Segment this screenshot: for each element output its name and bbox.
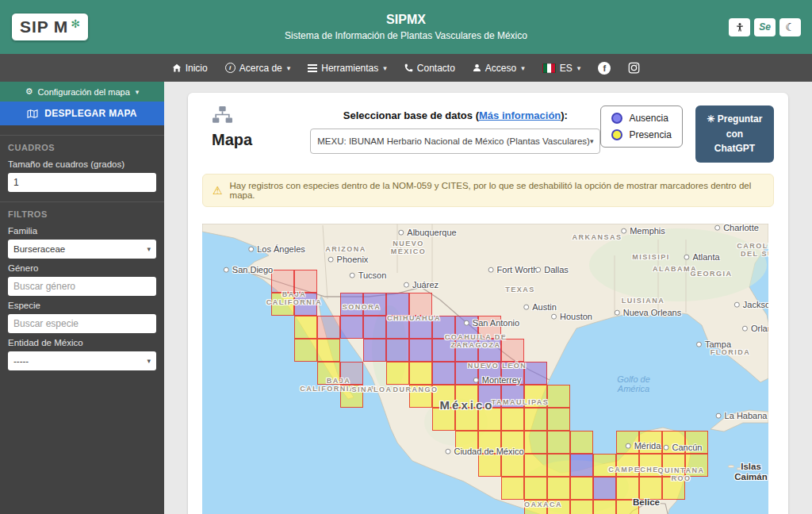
dark-mode-button[interactable]: ☾ bbox=[779, 18, 801, 36]
grid-cell-15-10[interactable] bbox=[547, 454, 570, 477]
se-language-button[interactable]: Se bbox=[754, 18, 776, 36]
grid-cell-10-6[interactable] bbox=[432, 362, 455, 385]
grid-cell-4-3[interactable] bbox=[294, 293, 317, 316]
grid-cell-12-10[interactable] bbox=[478, 454, 501, 477]
grid-cell-6-3[interactable] bbox=[340, 293, 363, 316]
grid-cell-14-11[interactable] bbox=[524, 477, 547, 500]
grid-cell-13-7[interactable] bbox=[501, 385, 524, 408]
grid-cell-6-7[interactable] bbox=[340, 385, 363, 408]
nav-item-es[interactable]: ES▾ bbox=[542, 63, 581, 74]
ask-chatgpt-button[interactable]: ✳ Preguntar con ChatGPT bbox=[695, 105, 774, 163]
grid-cell-19-9[interactable] bbox=[639, 431, 662, 454]
grid-cell-18-11[interactable] bbox=[616, 477, 639, 500]
grid-cell-12-8[interactable] bbox=[478, 408, 501, 431]
grid-cell-20-11[interactable] bbox=[662, 477, 685, 500]
grid-cell-9-6[interactable] bbox=[409, 362, 432, 385]
grid-cell-10-7[interactable] bbox=[432, 385, 455, 408]
grid-cell-13-9[interactable] bbox=[501, 431, 524, 454]
grid-cell-14-6[interactable] bbox=[524, 362, 547, 385]
grid-cell-7-4[interactable] bbox=[363, 316, 386, 339]
grid-cell-13-6[interactable] bbox=[501, 362, 524, 385]
grid-cell-16-9[interactable] bbox=[570, 431, 593, 454]
grid-cell-6-6[interactable] bbox=[340, 362, 363, 385]
grid-cell-11-8[interactable] bbox=[455, 408, 478, 431]
grid-cell-14-9[interactable] bbox=[524, 431, 547, 454]
grid-cell-16-11[interactable] bbox=[570, 477, 593, 500]
grid-cell-17-11[interactable] bbox=[593, 477, 616, 500]
grid-cell-20-10[interactable] bbox=[662, 454, 685, 477]
database-select[interactable]: MEXU: IBUNAM Herbario Nacional de México… bbox=[310, 128, 600, 154]
map-canvas[interactable]: AlbuquerqueMemphisCharlotteLos ÁngelesPh… bbox=[202, 224, 768, 514]
grid-cell-15-12[interactable] bbox=[547, 500, 570, 514]
facebook-icon[interactable]: f bbox=[598, 62, 611, 75]
grid-cell-11-6[interactable] bbox=[455, 362, 478, 385]
grid-cell-15-11[interactable] bbox=[547, 477, 570, 500]
grid-cell-3-3[interactable] bbox=[271, 293, 294, 316]
grid-cell-18-12[interactable] bbox=[616, 500, 639, 514]
grid-cell-19-11[interactable] bbox=[639, 477, 662, 500]
nav-item-contacto[interactable]: Contacto bbox=[404, 63, 455, 74]
genero-search-input[interactable] bbox=[8, 277, 156, 296]
cell-size-input[interactable] bbox=[8, 173, 156, 192]
grid-cell-15-7[interactable] bbox=[547, 385, 570, 408]
grid-cell-7-3[interactable] bbox=[363, 293, 386, 316]
grid-cell-4-5[interactable] bbox=[294, 339, 317, 362]
grid-cell-9-4[interactable] bbox=[409, 316, 432, 339]
grid-cell-4-2[interactable] bbox=[294, 270, 317, 293]
grid-cell-9-3[interactable] bbox=[409, 293, 432, 316]
grid-cell-12-9[interactable] bbox=[478, 431, 501, 454]
grid-cell-14-8[interactable] bbox=[524, 408, 547, 431]
nav-item-inicio[interactable]: Inicio bbox=[172, 63, 208, 74]
grid-cell-14-10[interactable] bbox=[524, 454, 547, 477]
display-map-button[interactable]: DESPLEGAR MAPA bbox=[0, 102, 164, 125]
instagram-icon[interactable] bbox=[628, 62, 640, 74]
grid-cell-8-4[interactable] bbox=[386, 316, 409, 339]
grid-cell-10-4[interactable] bbox=[432, 316, 455, 339]
grid-cell-6-4[interactable] bbox=[340, 316, 363, 339]
grid-cell-11-7[interactable] bbox=[455, 385, 478, 408]
grid-cell-5-6[interactable] bbox=[317, 362, 340, 385]
grid-cell-10-8[interactable] bbox=[432, 408, 455, 431]
grid-cell-9-5[interactable] bbox=[409, 339, 432, 362]
grid-cell-16-12[interactable] bbox=[570, 500, 593, 514]
grid-cell-16-10[interactable] bbox=[570, 454, 593, 477]
grid-cell-11-5[interactable] bbox=[455, 339, 478, 362]
grid-cell-8-6[interactable] bbox=[386, 362, 409, 385]
grid-cell-18-9[interactable] bbox=[616, 431, 639, 454]
grid-cell-11-4[interactable] bbox=[455, 316, 478, 339]
grid-cell-15-8[interactable] bbox=[547, 408, 570, 431]
grid-cell-5-5[interactable] bbox=[317, 339, 340, 362]
grid-cell-14-7[interactable] bbox=[524, 385, 547, 408]
especie-search-input[interactable] bbox=[8, 314, 156, 333]
entidad-select[interactable]: ----- ▾ bbox=[8, 351, 156, 370]
grid-cell-13-11[interactable] bbox=[501, 477, 524, 500]
grid-cell-5-4[interactable] bbox=[317, 316, 340, 339]
grid-cell-21-9[interactable] bbox=[685, 431, 708, 454]
grid-cell-17-10[interactable] bbox=[593, 454, 616, 477]
more-info-link[interactable]: Más información bbox=[479, 109, 561, 121]
grid-cell-15-9[interactable] bbox=[547, 431, 570, 454]
grid-cell-8-5[interactable] bbox=[386, 339, 409, 362]
nav-item-herramientas[interactable]: Herramientas▾ bbox=[308, 63, 387, 74]
grid-cell-14-12[interactable] bbox=[524, 500, 547, 514]
grid-cell-19-10[interactable] bbox=[639, 454, 662, 477]
grid-cell-12-7[interactable] bbox=[478, 385, 501, 408]
grid-cell-13-8[interactable] bbox=[501, 408, 524, 431]
grid-cell-11-9[interactable] bbox=[455, 431, 478, 454]
grid-cell-13-5[interactable] bbox=[501, 339, 524, 362]
familia-select[interactable]: Burseraceae ▾ bbox=[8, 240, 156, 259]
grid-cell-12-4[interactable] bbox=[478, 316, 501, 339]
grid-cell-9-7[interactable] bbox=[409, 385, 432, 408]
nav-item-acceso[interactable]: Acceso▾ bbox=[473, 63, 525, 74]
grid-cell-7-5[interactable] bbox=[363, 339, 386, 362]
grid-cell-3-2[interactable] bbox=[271, 270, 294, 293]
grid-cell-8-3[interactable] bbox=[386, 293, 409, 316]
grid-cell-20-9[interactable] bbox=[662, 431, 685, 454]
grid-cell-13-10[interactable] bbox=[501, 454, 524, 477]
grid-cell-17-12[interactable] bbox=[593, 500, 616, 514]
accessibility-button[interactable] bbox=[729, 18, 750, 36]
nav-item-acerca-de[interactable]: iAcerca de▾ bbox=[225, 63, 291, 74]
grid-cell-12-6[interactable] bbox=[478, 362, 501, 385]
grid-cell-12-5[interactable] bbox=[478, 339, 501, 362]
grid-cell-4-4[interactable] bbox=[294, 316, 317, 339]
